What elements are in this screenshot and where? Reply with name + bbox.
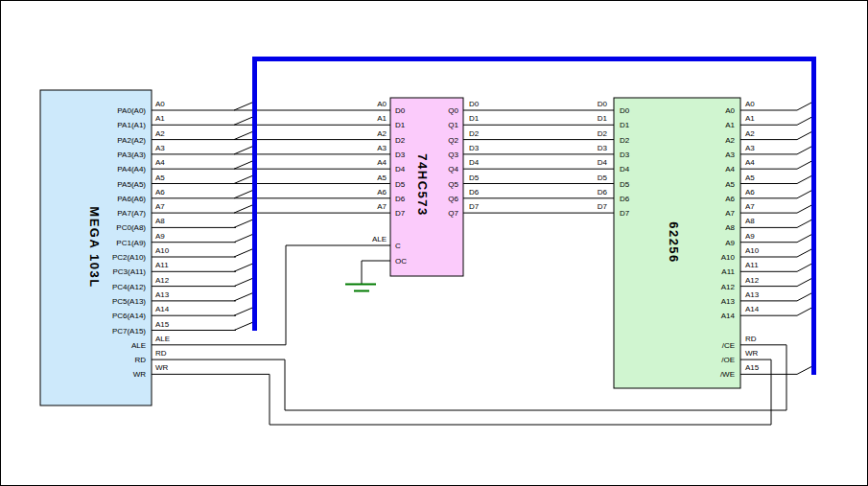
pin-label: Q0 bbox=[448, 106, 458, 115]
net-label: WR bbox=[155, 363, 169, 372]
net-label: A11 bbox=[745, 261, 759, 269]
pin-label: A11 bbox=[721, 267, 735, 276]
net-label: A2 bbox=[377, 129, 387, 138]
pin-label: A5 bbox=[725, 180, 735, 189]
pin-label: Q1 bbox=[448, 121, 458, 129]
data-net-labels-right: D0 D1 D2 D3 D4 D5 D6 D7 bbox=[598, 100, 608, 211]
net-label: A5 bbox=[745, 174, 755, 182]
pin-label: Q2 bbox=[448, 136, 458, 145]
pin-label: /CE bbox=[722, 341, 735, 350]
net-label: A13 bbox=[155, 290, 170, 299]
net-label: A6 bbox=[745, 188, 755, 197]
pin-label: D3 bbox=[395, 150, 406, 159]
pin-label: Q3 bbox=[448, 150, 458, 159]
pin-label: Q7 bbox=[448, 209, 458, 218]
net-label: A12 bbox=[745, 276, 760, 285]
net-label: RD bbox=[155, 349, 167, 358]
pin-label: D1 bbox=[395, 121, 406, 129]
net-label: A9 bbox=[745, 232, 755, 241]
pin-label: PA5(A5) bbox=[117, 180, 146, 189]
net-label: ALE bbox=[372, 235, 387, 243]
pin-label: D4 bbox=[395, 165, 406, 174]
net-label: D2 bbox=[469, 129, 480, 138]
pin-label: PA0(A0) bbox=[117, 106, 146, 115]
net-label: D1 bbox=[598, 114, 608, 123]
pin-label: PC6(A14) bbox=[112, 312, 146, 320]
net-label: RD bbox=[745, 335, 757, 343]
pin-label: /WE bbox=[720, 370, 735, 379]
net-label: A4 bbox=[745, 158, 755, 167]
net-label: D5 bbox=[469, 174, 480, 182]
net-label: A10 bbox=[155, 246, 170, 255]
net-label: A5 bbox=[155, 174, 165, 182]
pin-label: D5 bbox=[620, 180, 630, 189]
net-label: D0 bbox=[469, 100, 480, 108]
net-label: A0 bbox=[155, 100, 165, 108]
pin-label: /OE bbox=[721, 356, 735, 364]
pin-label: C bbox=[395, 242, 401, 250]
net-label: A4 bbox=[377, 158, 387, 167]
net-label: A3 bbox=[377, 144, 387, 152]
net-label: A2 bbox=[745, 129, 755, 138]
pin-label: PC7(A15) bbox=[112, 327, 146, 336]
net-label: D4 bbox=[598, 158, 608, 167]
pin-label: A13 bbox=[721, 297, 736, 306]
pin-label: D1 bbox=[620, 121, 630, 129]
net-label: A14 bbox=[155, 305, 170, 313]
ground-symbol bbox=[345, 285, 376, 291]
net-label: D3 bbox=[598, 144, 608, 152]
net-label: D1 bbox=[469, 114, 480, 123]
bus-entry-diagonals-left bbox=[234, 103, 253, 331]
pin-label: A14 bbox=[721, 312, 736, 320]
pin-label: D6 bbox=[620, 195, 630, 203]
net-label: A15 bbox=[745, 363, 760, 372]
pin-label: D2 bbox=[620, 136, 630, 145]
chip-title-62256: 62256 bbox=[667, 221, 681, 264]
pin-label: PA4(A4) bbox=[117, 165, 146, 174]
net-label: A6 bbox=[377, 188, 387, 197]
pin-label: A1 bbox=[725, 121, 735, 129]
net-label: A15 bbox=[155, 320, 170, 329]
wire-sram-a0-a14 bbox=[740, 110, 797, 315]
pin-label: A12 bbox=[721, 283, 736, 291]
pin-label: A8 bbox=[725, 223, 735, 232]
pin-label: D6 bbox=[395, 195, 406, 203]
pin-label: D5 bbox=[395, 180, 406, 189]
net-label: A8 bbox=[155, 217, 165, 225]
net-label: A3 bbox=[745, 144, 755, 152]
pin-label: D4 bbox=[620, 165, 630, 174]
wire-latch-to-sram-d0-d7 bbox=[463, 110, 614, 213]
pin-label: A7 bbox=[725, 209, 735, 218]
net-label: A7 bbox=[377, 202, 387, 211]
pin-label: PC1(A9) bbox=[116, 239, 146, 247]
pin-label: RD bbox=[134, 356, 146, 364]
net-label: A6 bbox=[155, 188, 165, 197]
net-label: A4 bbox=[155, 158, 165, 167]
chip-title-mega103l: MEGA 103L bbox=[87, 206, 102, 288]
net-label: A2 bbox=[155, 129, 165, 138]
pin-label: A10 bbox=[721, 253, 736, 262]
pin-label: Q6 bbox=[448, 195, 458, 203]
pin-label: D2 bbox=[395, 136, 406, 145]
data-net-labels-left: D0 D1 D2 D3 D4 D5 D6 D7 bbox=[469, 100, 480, 211]
net-label: D5 bbox=[598, 174, 608, 182]
pin-label: A9 bbox=[725, 239, 735, 247]
net-label: ALE bbox=[155, 335, 170, 343]
net-label: A9 bbox=[155, 232, 165, 241]
net-label: A5 bbox=[377, 174, 387, 182]
net-label: A14 bbox=[745, 305, 760, 313]
net-label: A10 bbox=[745, 246, 760, 255]
pin-label: PC0(A8) bbox=[116, 223, 146, 232]
pin-label: Q5 bbox=[448, 180, 458, 189]
net-label: A1 bbox=[155, 114, 165, 123]
pin-label: PA6(A6) bbox=[117, 195, 146, 203]
net-label: A0 bbox=[377, 100, 387, 108]
net-label: A13 bbox=[745, 290, 760, 299]
net-label: D2 bbox=[598, 129, 608, 138]
pin-label: A0 bbox=[725, 106, 735, 115]
wire-mcu-to-latch-a0-a7 bbox=[152, 110, 390, 213]
pin-label: PA3(A3) bbox=[117, 150, 146, 159]
sram-net-labels: A0 A1 A2 A3 A4 A5 A6 A7 A8 A9 A10 A11 A1… bbox=[745, 100, 760, 372]
bus-entry-diagonals-right bbox=[797, 103, 812, 316]
pin-label: OC bbox=[395, 257, 407, 266]
